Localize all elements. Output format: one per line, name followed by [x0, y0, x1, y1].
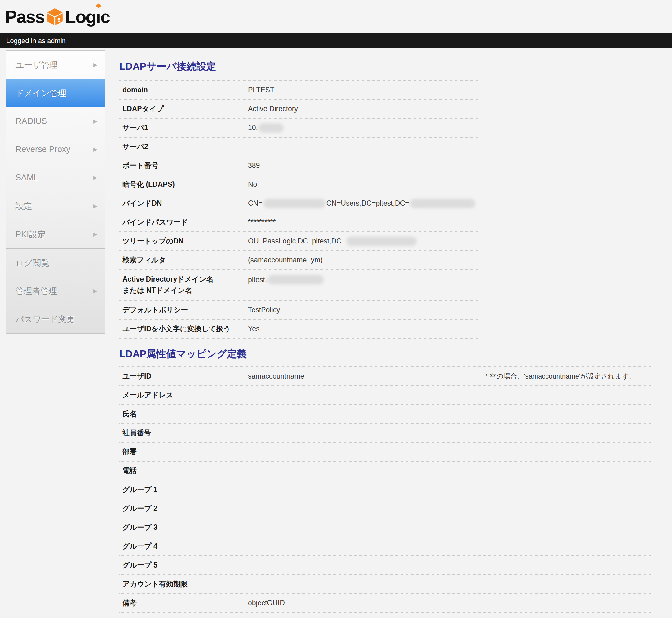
row-label: 暗号化 (LDAPS)	[119, 180, 248, 189]
value-text: **********	[248, 218, 276, 226]
sidebar-item-label: Reverse Proxy	[15, 145, 70, 154]
passlogic-logo[interactable]: Pass Logıc	[5, 8, 110, 26]
table-row: 社員番号	[119, 424, 651, 443]
row-label: 氏名	[119, 409, 248, 419]
redacted-value	[263, 199, 326, 208]
chevron-right-icon: ▶	[93, 118, 97, 124]
chevron-right-icon: ▶	[93, 231, 97, 237]
row-label: グループ 4	[119, 541, 248, 551]
value-text: samaccountname	[248, 372, 305, 381]
row-label: 電話	[119, 466, 248, 476]
row-label: ポート番号	[119, 161, 248, 170]
table-row: グループ 4	[119, 537, 651, 556]
sidebar-item-log-view[interactable]: ログ閲覧	[6, 249, 105, 277]
cube-keyhole-icon	[47, 8, 63, 26]
row-label: ツリートップのDN	[119, 236, 248, 246]
table-row: LDAPタイプActive Directory	[119, 100, 481, 119]
row-value: (samaccountname=ym)	[248, 256, 481, 264]
value-text: Active Directory	[248, 105, 298, 113]
table-row: 暗号化 (LDAPS)No	[119, 175, 481, 194]
redacted-value	[410, 199, 475, 208]
sidebar-item-label: SAML	[15, 173, 38, 183]
sidebar-item-label: 設定	[15, 201, 32, 212]
redacted-value	[346, 237, 417, 246]
redacted-value	[268, 275, 324, 284]
row-value: 10.	[248, 123, 481, 132]
ldap-mapping-title: LDAP属性値マッピング定義	[119, 348, 659, 359]
table-row: メールアドレス	[119, 386, 651, 405]
value-text: CN=Users,DC=pltest,DC=	[326, 199, 410, 208]
row-label: デフォルトポリシー	[119, 305, 248, 315]
table-row: ユーザIDを小文字に変換して扱うYes	[119, 320, 481, 338]
row-value: Yes	[248, 325, 481, 333]
ldap-connection-title: LDAPサーバ接続設定	[119, 61, 659, 72]
row-label: グループ 1	[119, 485, 248, 494]
row-label: domain	[119, 86, 248, 94]
value-text: CN=	[248, 199, 262, 208]
sidebar: ユーザ管理▶ドメイン管理RADIUS▶Reverse Proxy▶SAML▶設定…	[6, 50, 105, 334]
value-text: objectGUID	[248, 599, 285, 607]
sidebar-item-saml[interactable]: SAML▶	[6, 164, 105, 192]
row-label: ユーザID	[119, 372, 248, 381]
sidebar-item-settings[interactable]: 設定▶	[6, 192, 105, 220]
sidebar-group: ログ閲覧管理者管理▶パスワード変更	[6, 248, 105, 333]
row-label: サーバ1	[119, 123, 248, 132]
row-label: LDAPタイプ	[119, 104, 248, 114]
main-content: LDAPサーバ接続設定 domainPLTESTLDAPタイプActive Di…	[119, 48, 659, 613]
sidebar-item-label: ログ閲覧	[15, 258, 49, 269]
chevron-right-icon: ▶	[93, 288, 97, 294]
row-value: 389	[248, 162, 481, 170]
logo-text-logic: Logıc	[65, 8, 110, 26]
app-header: Pass Logıc	[0, 0, 672, 33]
value-text: Yes	[248, 325, 260, 333]
row-label: バインドパスワード	[119, 217, 248, 227]
row-label: サーバ2	[119, 142, 248, 151]
value-text: OU=PassLogic,DC=pltest,DC=	[248, 237, 346, 245]
table-row: デフォルトポリシーTestPolicy	[119, 301, 481, 320]
table-row: グループ 1	[119, 481, 651, 499]
redacted-value	[259, 123, 283, 132]
sidebar-item-admin-management[interactable]: 管理者管理▶	[6, 277, 105, 305]
row-label: ユーザIDを小文字に変換して扱う	[119, 324, 248, 334]
table-row: 電話	[119, 461, 651, 481]
sidebar-item-pki-settings[interactable]: PKI設定▶	[6, 220, 105, 248]
value-text: (samaccountname=ym)	[248, 256, 323, 264]
value-text: PLTEST	[248, 86, 274, 94]
row-value: No	[248, 180, 481, 189]
row-label: メールアドレス	[119, 390, 248, 400]
chevron-right-icon: ▶	[93, 203, 97, 209]
row-value: Active Directory	[248, 105, 481, 113]
sidebar-item-label: ドメイン管理	[15, 88, 67, 99]
row-label: 備考	[119, 598, 248, 608]
chevron-right-icon: ▶	[93, 175, 97, 181]
table-row: domainPLTEST	[119, 81, 481, 100]
sidebar-item-radius[interactable]: RADIUS▶	[6, 107, 105, 135]
table-row: Active Directoryドメイン名 または NTドメイン名pltest.	[119, 270, 481, 301]
row-note: * 空の場合、'samaccountname'が設定されます。	[485, 372, 651, 381]
table-row: ポート番号389	[119, 157, 481, 175]
value-text: pltest.	[248, 276, 267, 284]
sidebar-group: 設定▶PKI設定▶	[6, 192, 105, 248]
sidebar-item-change-password[interactable]: パスワード変更	[6, 305, 105, 333]
sidebar-item-label: PKI設定	[15, 229, 46, 240]
table-row: ツリートップのDNOU=PassLogic,DC=pltest,DC=	[119, 232, 481, 251]
table-row: グループ 2	[119, 499, 651, 518]
row-label: アカウント有効期限	[119, 579, 248, 589]
sidebar-item-reverse-proxy[interactable]: Reverse Proxy▶	[6, 135, 105, 164]
row-label: 検索フィルタ	[119, 255, 248, 265]
logo-text-pass: Pass	[5, 8, 44, 26]
row-value: OU=PassLogic,DC=pltest,DC=	[248, 237, 481, 246]
value-text: 389	[248, 162, 260, 170]
sidebar-item-users[interactable]: ユーザ管理▶	[6, 51, 105, 79]
row-label: グループ 3	[119, 523, 248, 532]
row-label: Active Directoryドメイン名 または NTドメイン名	[119, 274, 248, 296]
table-row: サーバ2	[119, 137, 481, 157]
sidebar-item-label: RADIUS	[15, 116, 47, 126]
logged-in-text: Logged in as admin	[6, 37, 66, 45]
table-row: 検索フィルタ(samaccountname=ym)	[119, 251, 481, 270]
row-value: objectGUID	[248, 599, 485, 607]
ldap-mapping-table: ユーザIDsamaccountname* 空の場合、'samaccountnam…	[119, 367, 651, 613]
table-row: グループ 5	[119, 556, 651, 575]
value-text: No	[248, 180, 257, 189]
sidebar-item-domain[interactable]: ドメイン管理	[6, 79, 105, 107]
